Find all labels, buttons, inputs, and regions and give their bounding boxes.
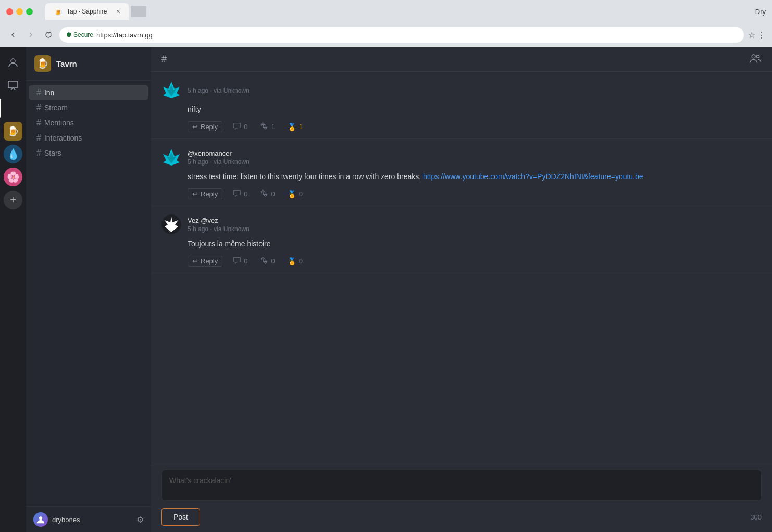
browser-toolbar: Secure https://tap.tavrn.gg ☆ ⋮: [0, 23, 772, 47]
retweet-icon-3: [260, 257, 268, 265]
retweet-icon-2: [260, 189, 268, 198]
channel-name-mentions: Mentions: [44, 119, 74, 127]
message-group-1: 5 h ago · via Unknown nifty ↩ Reply 0: [151, 72, 772, 139]
channel-hash-icon: #: [36, 148, 41, 158]
secure-badge: Secure: [66, 31, 93, 39]
retweet-button-1[interactable]: 1: [258, 121, 277, 132]
tavrn-community-icon[interactable]: 🍺: [4, 122, 22, 141]
post-button[interactable]: Post: [161, 508, 200, 526]
retweet-button-2[interactable]: 0: [258, 188, 277, 199]
app-container: 🍺 💧 🌸 + 🍺 Tavrn # Inn # Stream # Mention…: [0, 47, 772, 532]
comment-icon-3: [233, 257, 241, 265]
channel-hash-icon: #: [36, 103, 41, 112]
chat-icon-button[interactable]: [4, 76, 22, 95]
gold-count-2: 0: [299, 190, 303, 198]
server-name: Tavrn: [56, 59, 77, 68]
secure-text: Secure: [73, 31, 93, 39]
channel-sidebar: 🍺 Tavrn # Inn # Stream # Mentions # Inte…: [26, 47, 151, 532]
members-icon[interactable]: [749, 53, 762, 66]
back-button[interactable]: [6, 28, 20, 42]
comment-icon-2: [233, 189, 241, 198]
message-group-3: Vez @vez 5 h ago · via Unknown Toujours …: [151, 206, 772, 273]
tab-title: Tap · Sapphire: [67, 8, 107, 15]
retweet-icon-1: [260, 122, 268, 131]
server-icon: 🍺: [34, 55, 51, 72]
channel-item-inn[interactable]: # Inn: [29, 85, 148, 100]
channel-hash-icon: #: [36, 88, 41, 97]
channel-item-interactions[interactable]: # Interactions: [29, 131, 148, 145]
kirby-community-icon[interactable]: 🌸: [4, 168, 22, 186]
channel-list: # Inn # Stream # Mentions # Interactions…: [26, 81, 151, 506]
channel-hash-icon: #: [36, 118, 41, 128]
msg-meta-3: Vez @vez 5 h ago · via Unknown: [188, 217, 250, 233]
message-group-2: @xenomancer 5 h ago · via Unknown stress…: [151, 139, 772, 206]
refresh-button[interactable]: [42, 28, 55, 42]
message-text-1: nifty: [188, 104, 762, 115]
browser-chrome: 🍺 Tap · Sapphire × Dry Secure: [0, 0, 772, 47]
tab-bar: 🍺 Tap · Sapphire ×: [45, 3, 146, 20]
new-tab-button[interactable]: [131, 6, 146, 17]
reply-icon-2: ↩: [192, 190, 198, 198]
reply-label-3: Reply: [201, 257, 218, 265]
msg-username-2: @xenomancer: [188, 149, 250, 157]
gold-button-1[interactable]: 🏅 1: [285, 122, 305, 132]
active-tab[interactable]: 🍺 Tap · Sapphire ×: [45, 3, 129, 20]
channel-hash-header: #: [161, 54, 167, 65]
message-actions-2: ↩ Reply 0 0: [188, 188, 762, 201]
channel-name-stars: Stars: [44, 149, 61, 157]
message-link-2[interactable]: https://www.youtube.com/watch?v=PyDDZ2Nh…: [423, 172, 643, 181]
reply-icon-3: ↩: [192, 257, 198, 265]
channel-item-mentions[interactable]: # Mentions: [29, 116, 148, 130]
browser-actions: ☆ ⋮: [748, 30, 766, 40]
reply-button-3[interactable]: ↩ Reply: [188, 256, 222, 267]
user-footer: drybones ⚙: [26, 506, 151, 532]
channel-header: #: [151, 47, 772, 72]
svg-point-2: [39, 516, 42, 520]
message-header-3: Vez @vez 5 h ago · via Unknown: [161, 214, 762, 234]
address-bar[interactable]: Secure https://tap.tavrn.gg: [59, 27, 744, 43]
main-content: # 5 h: [151, 47, 772, 532]
tab-close-icon[interactable]: ×: [116, 7, 120, 16]
message-text-3: Toujours la même histoire: [188, 238, 762, 249]
message-actions-1: ↩ Reply 0 1: [188, 121, 762, 134]
comment-button-2[interactable]: 0: [231, 188, 250, 199]
active-indicator: [0, 99, 1, 118]
msg-time-3: 5 h ago · via Unknown: [188, 225, 250, 233]
maximize-button[interactable]: [26, 8, 33, 15]
reply-button-1[interactable]: ↩ Reply: [188, 121, 222, 132]
channel-item-stars[interactable]: # Stars: [29, 146, 148, 160]
reply-label-2: Reply: [201, 190, 218, 198]
retweet-button-3[interactable]: 0: [258, 256, 277, 267]
settings-icon[interactable]: ⚙: [136, 515, 144, 525]
message-text-2: stress test time: listen to this twenty …: [188, 171, 762, 182]
input-bottom: Post 300: [161, 508, 762, 526]
channel-item-stream[interactable]: # Stream: [29, 100, 148, 115]
gold-button-3[interactable]: 🏅 0: [285, 256, 305, 267]
char-count: 300: [750, 513, 762, 521]
forward-button[interactable]: [24, 28, 38, 42]
reply-icon-1: ↩: [192, 123, 198, 131]
add-community-button[interactable]: +: [4, 191, 22, 209]
profile-label: Dry: [755, 7, 766, 16]
user-avatar: [33, 512, 48, 527]
comment-count-3: 0: [244, 257, 247, 265]
close-button[interactable]: [6, 8, 13, 15]
titlebar: 🍺 Tap · Sapphire × Dry: [0, 0, 772, 23]
channel-header-left: #: [161, 54, 167, 65]
profile-icon-button[interactable]: [4, 53, 22, 72]
svg-rect-1: [8, 81, 18, 88]
msg-meta-1: 5 h ago · via Unknown: [188, 86, 250, 94]
bookmark-icon[interactable]: ☆: [748, 30, 755, 40]
minimize-button[interactable]: [16, 8, 23, 15]
message-input[interactable]: [161, 470, 762, 501]
comment-button-1[interactable]: 0: [231, 121, 250, 132]
menu-icon[interactable]: ⋮: [757, 30, 766, 40]
avatar-1: [161, 80, 181, 100]
reply-button-2[interactable]: ↩ Reply: [188, 188, 222, 199]
retweet-count-2: 0: [271, 190, 275, 198]
drop-community-icon[interactable]: 💧: [4, 145, 22, 163]
retweet-count-1: 1: [271, 123, 275, 131]
tab-favicon: 🍺: [54, 7, 63, 16]
gold-button-2[interactable]: 🏅 0: [285, 189, 305, 199]
comment-button-3[interactable]: 0: [231, 256, 250, 267]
